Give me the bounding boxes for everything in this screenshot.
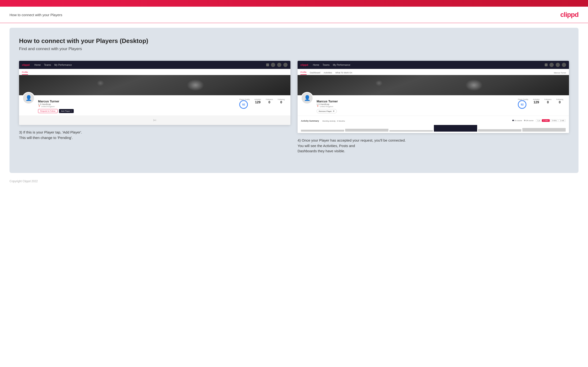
right-activities-stat: Activities 129: [533, 99, 540, 104]
activity-header: Activity Summary Monthly Activity · 6 Mo…: [301, 118, 566, 123]
right-screenshot: clippd Home Teams My Performance Profile: [298, 61, 569, 133]
header-title: How to connect with your Players: [9, 13, 62, 17]
remove-x-icon: ✕: [333, 110, 335, 112]
left-player-name: Marcus Turner: [38, 100, 239, 103]
left-following-stat: Following 0: [277, 99, 285, 104]
screenshots-row: clippd Home Teams My Performance Profile: [19, 61, 569, 154]
chart-bar-1: [301, 130, 344, 132]
left-screenshot: clippd Home Teams My Performance Profile: [19, 61, 290, 125]
header: How to connect with your Players clippd: [0, 7, 588, 23]
time-1mth[interactable]: 1 mth: [559, 119, 566, 122]
left-player-section: 👤 Marcus Turner 1-5 Handicap 📍 United Ki…: [19, 95, 290, 116]
left-caption: 3) If this is your Player tap, 'Add Play…: [19, 130, 290, 140]
left-player-info: Marcus Turner 1-5 Handicap 📍 United King…: [38, 100, 239, 113]
left-flag-icon[interactable]: [283, 63, 288, 67]
main-title: How to connect with your Players (Deskto…: [19, 37, 569, 45]
right-following-stat: Following 0: [556, 99, 563, 104]
right-search-icon[interactable]: [545, 63, 548, 66]
right-quality-stat: Player Quality 92: [518, 99, 528, 109]
right-tab-dashboard[interactable]: Dashboard: [310, 72, 320, 75]
main-subtitle: Find and connect with your Players: [19, 47, 569, 51]
left-player-country: 📍 United Kingdom: [38, 106, 239, 108]
time-6mths[interactable]: 6 mths: [542, 119, 550, 122]
left-avatar-icon: 👤: [26, 95, 32, 101]
left-request-follow-button[interactable]: Request to Follow: [38, 109, 58, 113]
left-search-icon[interactable]: [266, 63, 269, 66]
left-app-nav: clippd Home Teams My Performance: [19, 61, 290, 69]
right-user-dropdown[interactable]: Marcus Turner: [554, 72, 566, 75]
left-player-buttons: Request to Follow Add Player +: [38, 109, 239, 113]
right-tab-profile[interactable]: Profile: [300, 71, 307, 75]
main-content: How to connect with your Players (Deskto…: [9, 28, 579, 173]
activity-legend: On course Off course: [512, 120, 533, 121]
right-profile-tabs: Profile Dashboard Activities What To Wor…: [298, 69, 569, 75]
left-stats-row: Player Quality 92 Activities 129 Followe…: [239, 99, 287, 109]
right-caption: 4) Once your Player has accepted your re…: [298, 138, 569, 154]
left-quality-circle: 92: [239, 100, 248, 109]
right-stats-row: Player Quality 92 Activities 129 Followe…: [518, 99, 566, 109]
left-nav-right: [266, 63, 288, 67]
right-app-nav: clippd Home Teams My Performance: [298, 61, 569, 69]
activity-title: Activity Summary: [301, 120, 319, 122]
right-nav-teams[interactable]: Teams: [322, 64, 329, 66]
right-player-country: 📍 United Kingdom: [317, 106, 518, 108]
right-followers-stat: Followers 0: [544, 99, 551, 104]
chart-bar-5: [478, 129, 521, 132]
logo: clippd: [560, 11, 579, 18]
activity-summary: Activity Summary Monthly Activity · 6 Mo…: [298, 116, 569, 133]
right-player-section: 👤 Marcus Turner 1-5 Handicap 📍 United Ki…: [298, 95, 569, 116]
left-avatar: 👤: [22, 92, 35, 104]
right-player-info: Marcus Turner 1-5 Handicap 📍 United King…: [317, 100, 518, 113]
right-user-icon[interactable]: [549, 63, 554, 67]
left-activities-stat: Activities 129: [254, 99, 261, 104]
left-settings-icon[interactable]: [277, 63, 281, 67]
scissors-icon: ✄: [153, 118, 156, 123]
chart-bar-4: [434, 125, 477, 132]
left-app-logo: clippd: [22, 63, 29, 66]
right-app-logo: clippd: [300, 63, 308, 66]
footer: Copyright Clippd 2022: [0, 178, 588, 188]
left-followers-stat: Followers 0: [266, 99, 273, 104]
footer-text: Copyright Clippd 2022: [9, 180, 38, 183]
right-avatar: 👤: [301, 92, 313, 104]
left-tab-profile[interactable]: Profile: [22, 71, 28, 75]
top-bar: [0, 0, 588, 7]
on-course-dot: [512, 120, 514, 121]
right-tab-activities[interactable]: Activities: [324, 72, 332, 75]
left-quality-stat: Player Quality 92: [239, 99, 250, 109]
time-3mths[interactable]: 3 mths: [550, 119, 558, 122]
off-course-dot: [524, 120, 526, 121]
left-screenshot-col: clippd Home Teams My Performance Profile: [19, 61, 290, 154]
time-1yr[interactable]: 1 yr: [536, 119, 542, 122]
chart-bar-2: [345, 129, 389, 132]
activity-chart: [301, 125, 566, 132]
right-nav-performance[interactable]: My Performance: [333, 64, 350, 66]
right-quality-circle: 92: [518, 100, 526, 109]
left-nav-home[interactable]: Home: [34, 64, 41, 66]
right-avatar-icon: 👤: [304, 95, 311, 101]
right-player-handicap: 1-5 Handicap: [317, 103, 518, 106]
right-settings-icon[interactable]: [556, 63, 560, 67]
left-nav-performance[interactable]: My Performance: [54, 64, 72, 66]
left-add-player-button[interactable]: Add Player +: [59, 109, 74, 113]
activity-period: Monthly Activity · 6 Months: [322, 120, 345, 122]
left-user-icon[interactable]: [271, 63, 275, 67]
left-nav-teams[interactable]: Teams: [44, 64, 51, 66]
left-golf-banner: [19, 75, 290, 95]
time-buttons: 1 yr 6 mths 3 mths 1 mth: [536, 119, 566, 122]
right-flag-icon[interactable]: [562, 63, 566, 67]
remove-player-button[interactable]: Remove Player ✕: [317, 109, 337, 113]
chart-bar-6: [522, 128, 566, 132]
chart-bar-3: [389, 130, 433, 132]
right-tab-whattoon[interactable]: What To Work On: [335, 72, 352, 75]
right-screenshot-col: clippd Home Teams My Performance Profile: [298, 61, 569, 154]
right-nav-home[interactable]: Home: [313, 64, 319, 66]
left-profile-tabs: Profile: [19, 69, 290, 75]
right-player-name: Marcus Turner: [317, 100, 518, 103]
left-player-handicap: 1-5 Handicap: [38, 103, 239, 106]
right-golf-banner: [298, 75, 569, 95]
right-nav-right: [545, 63, 566, 67]
left-screenshot-bottom: ✄: [19, 116, 290, 125]
